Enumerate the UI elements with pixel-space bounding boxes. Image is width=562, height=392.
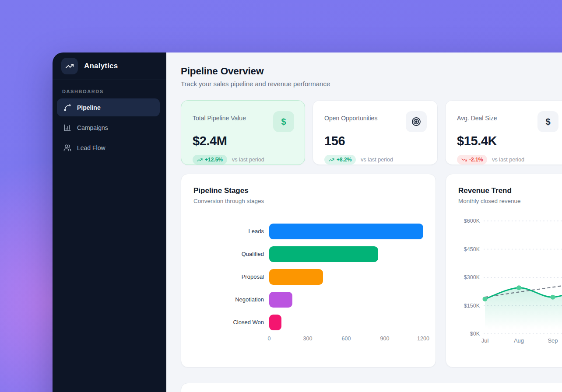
spline-icon bbox=[63, 104, 71, 112]
pipeline-stages-subtitle: Conversion through stages bbox=[193, 198, 423, 204]
svg-text:Sep: Sep bbox=[548, 337, 558, 344]
stat-card-open-opportunities[interactable]: Open Opportunities 156 +8.2% vs last per… bbox=[313, 100, 438, 165]
pipeline-stages-bar-chart: Leads Qualified Proposal Negotiation Clo… bbox=[193, 220, 423, 334]
stat-value: 156 bbox=[324, 134, 427, 148]
bar-row-leads: Leads bbox=[193, 220, 423, 243]
stat-value: $2.4M bbox=[193, 134, 294, 148]
stat-label: Avg. Deal Size bbox=[457, 111, 497, 122]
delta-suffix: vs last period bbox=[492, 157, 524, 163]
delta-value: -2.1% bbox=[469, 157, 483, 163]
x-axis-tick: 1200 bbox=[417, 336, 429, 342]
users-icon bbox=[63, 144, 71, 152]
x-axis-tick: 300 bbox=[303, 336, 313, 342]
bar-category-label: Closed Won bbox=[193, 319, 269, 326]
sidebar-item-label: Campaigns bbox=[77, 124, 108, 131]
delta-suffix: vs last period bbox=[232, 157, 264, 163]
delta-suffix: vs last period bbox=[361, 157, 393, 163]
sidebar-nav: PipelineCampaignsLead Flow bbox=[53, 98, 166, 157]
bottom-card bbox=[181, 383, 562, 392]
sidebar-item-pipeline[interactable]: Pipeline bbox=[57, 98, 160, 116]
bar-row-qualified: Qualified bbox=[193, 243, 423, 266]
bar-proposal bbox=[269, 269, 323, 285]
svg-text:$0K: $0K bbox=[470, 331, 480, 337]
sidebar: Analytics DASHBOARDS PipelineCampaignsLe… bbox=[53, 52, 166, 392]
page-subtitle: Track your sales pipeline and revenue pe… bbox=[181, 80, 562, 88]
delta-badge: +8.2% bbox=[324, 155, 356, 164]
stats-row: Total Pipeline Value $ $2.4M +12.5% vs l… bbox=[181, 100, 562, 165]
stat-card-avg-deal-size[interactable]: Avg. Deal Size $ $15.4K -2.1% vs last pe… bbox=[445, 100, 562, 165]
revenue-trend-line-chart: $0K$150K$300K$450K$600KJulAugSep bbox=[458, 208, 562, 349]
target-icon bbox=[406, 111, 427, 132]
svg-text:Jul: Jul bbox=[481, 337, 489, 344]
delta-badge: +12.5% bbox=[193, 155, 227, 164]
trending-up-icon bbox=[61, 58, 78, 74]
revenue-trend-subtitle: Monthly closed revenue bbox=[458, 198, 562, 204]
bar-row-negotiation: Negotiation bbox=[193, 288, 423, 311]
pipeline-stages-title: Pipeline Stages bbox=[193, 186, 423, 195]
dollar-icon: $ bbox=[273, 111, 294, 132]
x-axis-tick: 0 bbox=[268, 336, 271, 342]
bar-negotiation bbox=[269, 292, 292, 308]
trending-down-icon bbox=[461, 157, 467, 163]
bar-row-proposal: Proposal bbox=[193, 266, 423, 288]
bar-closed-won bbox=[269, 315, 281, 330]
bar-category-label: Proposal bbox=[193, 273, 269, 280]
svg-text:$450K: $450K bbox=[464, 246, 480, 252]
bar-leads bbox=[269, 224, 423, 239]
pipeline-stages-card: Pipeline Stages Conversion through stage… bbox=[181, 174, 436, 368]
svg-text:$300K: $300K bbox=[464, 274, 480, 280]
delta-value: +12.5% bbox=[205, 157, 223, 163]
line-chart-svg: $0K$150K$300K$450K$600KJulAugSep bbox=[458, 208, 562, 347]
sidebar-item-label: Pipeline bbox=[77, 104, 101, 111]
sidebar-section-label: DASHBOARDS bbox=[62, 89, 166, 94]
app-window: Analytics DASHBOARDS PipelineCampaignsLe… bbox=[53, 52, 562, 392]
app-name: Analytics bbox=[84, 62, 118, 70]
revenue-trend-card: Revenue Trend Monthly closed revenue $0K… bbox=[446, 174, 562, 368]
trending-up-icon bbox=[197, 157, 203, 163]
sidebar-item-label: Lead Flow bbox=[77, 144, 105, 151]
svg-text:$600K: $600K bbox=[464, 218, 480, 224]
stat-card-total-pipeline-value[interactable]: Total Pipeline Value $ $2.4M +12.5% vs l… bbox=[181, 100, 305, 165]
stat-label: Total Pipeline Value bbox=[193, 111, 246, 122]
stat-label: Open Opportunities bbox=[324, 111, 377, 122]
charts-row: Pipeline Stages Conversion through stage… bbox=[181, 174, 562, 368]
main-content: Pipeline Overview Track your sales pipel… bbox=[166, 52, 562, 392]
svg-text:$150K: $150K bbox=[464, 303, 480, 309]
chart-column-icon bbox=[63, 124, 71, 132]
x-axis-tick: 600 bbox=[342, 336, 351, 342]
bar-category-label: Qualified bbox=[193, 251, 269, 258]
page-title: Pipeline Overview bbox=[181, 66, 562, 77]
bar-category-label: Negotiation bbox=[193, 296, 269, 303]
sidebar-divider bbox=[53, 80, 166, 80]
delta-badge: -2.1% bbox=[457, 155, 487, 164]
x-axis-tick: 900 bbox=[380, 336, 390, 342]
stat-value: $15.4K bbox=[457, 134, 558, 148]
bar-chart-x-axis: 03006009001200 bbox=[193, 336, 423, 343]
bar-qualified bbox=[269, 246, 378, 262]
sidebar-item-lead-flow[interactable]: Lead Flow bbox=[57, 139, 160, 157]
sidebar-item-campaigns[interactable]: Campaigns bbox=[57, 119, 160, 136]
revenue-trend-title: Revenue Trend bbox=[458, 186, 562, 195]
bar-row-closed-won: Closed Won bbox=[193, 311, 423, 334]
svg-text:Aug: Aug bbox=[514, 337, 524, 344]
app-logo: Analytics bbox=[53, 52, 166, 80]
dollar-icon: $ bbox=[537, 111, 558, 132]
trending-up-icon bbox=[329, 157, 334, 163]
delta-value: +8.2% bbox=[337, 157, 351, 163]
bar-category-label: Leads bbox=[193, 228, 269, 235]
